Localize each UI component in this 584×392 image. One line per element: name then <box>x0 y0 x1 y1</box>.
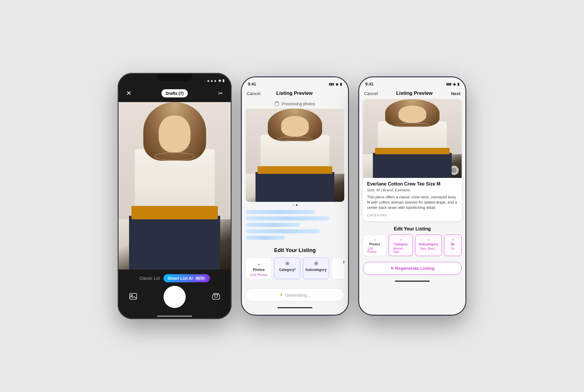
phone-2-notch <box>277 76 312 85</box>
cancel-button-2[interactable]: Cancel <box>247 91 260 96</box>
svg-point-2 <box>215 295 218 298</box>
signal-icon: ▲▲▲ <box>206 78 217 83</box>
home-bar-1 <box>157 316 192 317</box>
scissors-icon: ✂ <box>218 90 223 97</box>
load-line-4 <box>246 229 320 233</box>
photos-sublabel-3: 1/16 Photos <box>367 247 382 253</box>
phone-2-screen: 9:41 ▮▮▮ ◈ ▮ Cancel Listing Preview Proc… <box>241 76 349 316</box>
processing-spinner <box>274 102 279 106</box>
processing-bar: Processing photos <box>241 99 349 108</box>
camera-preview: Take a front photo <box>118 102 232 270</box>
phone-2-nav: Cancel Listing Preview <box>241 89 349 99</box>
wifi-icon-3: ◈ <box>453 82 456 86</box>
brand-value-3: Ev <box>451 247 455 250</box>
wifi-icon: ◈ <box>218 78 221 83</box>
tab-brand-3[interactable]: ⌄ Br Ev <box>444 235 462 256</box>
phones-container: ▲▲▲ ◈ ▮ ✕ Drafts (7) ✂ <box>118 73 466 319</box>
necklace-2 <box>278 136 312 141</box>
listing-image-preview-2 <box>246 108 344 202</box>
load-line-2 <box>246 216 329 220</box>
belt-2 <box>258 166 333 174</box>
category-label-3: Category <box>394 242 408 246</box>
tab-subcategory-2[interactable]: ⊕ Subcategory <box>303 258 329 279</box>
battery-icon: ▮ <box>223 78 225 83</box>
edit-listing-section-3: Edit Your Listing ⌄ Photos 1/16 Photos ⌄… <box>358 224 466 260</box>
product-image-container <box>363 99 462 178</box>
load-line-3 <box>246 223 300 227</box>
tab-category-2[interactable]: ⊕ Category* <box>274 258 300 279</box>
home-indicator-1 <box>118 313 232 319</box>
category-tab-label: Category* <box>279 268 296 272</box>
brand-label-3: Br <box>451 242 455 246</box>
category-section-label: CATEGORY <box>367 214 458 217</box>
photos-tab-label: Photos <box>253 268 265 272</box>
edit-tabs-2: ⌄ Photos 1/16 Photos ⊕ Category* ⊕ Subca… <box>246 258 344 280</box>
phone-1-notch <box>157 73 192 81</box>
smart-list-button[interactable]: Smart List AI BETA <box>164 274 210 282</box>
edit-listing-title-3: Edit Your Listing <box>363 226 462 232</box>
dot-2 <box>296 204 298 206</box>
home-bar-3 <box>395 281 430 282</box>
phone-1-header: ✕ Drafts (7) ✂ <box>118 86 232 102</box>
phone-3: 9:41 ▮▮▮ ◈ ▮ Cancel Listing Preview Next <box>358 76 466 316</box>
subcategory-tab-icon-3: ⌄ <box>427 237 430 241</box>
pants-3 <box>373 153 452 178</box>
home-bar-2 <box>277 307 312 308</box>
necklace <box>155 152 195 161</box>
tab-subcategory-3[interactable]: ⌄ Subcategory Tees- Short... <box>415 235 442 256</box>
photos-tab-icon-3: ⌄ <box>373 237 376 241</box>
classic-list-label[interactable]: Classic List <box>139 276 160 281</box>
gallery-button[interactable] <box>129 293 137 302</box>
camera-controls <box>124 286 226 307</box>
image-dots-indicator-2 <box>241 202 349 207</box>
status-icons: ▲▲▲ ◈ ▮ <box>206 78 225 83</box>
shutter-button[interactable] <box>164 286 185 307</box>
product-title: Everlane Cotton Crew Tee Size M <box>367 181 458 187</box>
pants <box>129 216 220 270</box>
phone-3-time: 9:41 <box>365 82 373 86</box>
next-button[interactable]: Next <box>451 91 460 96</box>
signal-bars-icon-3: ▮▮▮ <box>446 82 451 86</box>
phone-1: ▲▲▲ ◈ ▮ ✕ Drafts (7) ✂ <box>118 73 232 319</box>
processing-text: Processing photos <box>281 102 315 106</box>
svg-rect-3 <box>213 295 220 299</box>
tab-category-3[interactable]: ⌄ Category Women Tops <box>389 235 413 256</box>
listing-preview-title-2: Listing Preview <box>276 90 313 96</box>
close-button[interactable]: ✕ <box>124 88 134 99</box>
phone-2-time: 9:41 <box>248 82 256 86</box>
phone-3-status-icons: ▮▮▮ ◈ ▮ <box>446 82 459 86</box>
wifi-icon-2: ◈ <box>336 82 338 86</box>
battery-icon-2: ▮ <box>340 82 342 86</box>
face-3 <box>399 106 426 123</box>
camera-background <box>118 102 232 270</box>
category-tab-icon: ⊕ <box>285 260 290 267</box>
tab-photos-3[interactable]: ⌄ Photos 1/16 Photos <box>363 235 386 256</box>
photos-label-3: Photos <box>369 242 380 246</box>
scissors-button[interactable]: ✂ <box>215 88 226 99</box>
cancel-button-3[interactable]: Cancel <box>364 91 378 96</box>
subcategory-tab-label: Subcategory <box>305 268 327 272</box>
tab-brand-2[interactable]: B <box>331 258 344 279</box>
signal-bars-icon: ▮▮▮ <box>329 82 334 86</box>
flip-camera-button[interactable] <box>212 292 220 302</box>
regenerate-listing-button[interactable]: ✦ Regenerate Listing <box>363 262 462 275</box>
subcategory-label-3: Subcategory <box>419 242 438 246</box>
product-card: Everlane Cotton Crew Tee Size M Size: M … <box>363 99 462 221</box>
sparkle-icon: ✦ <box>279 292 283 298</box>
subcategory-tab-icon: ⊕ <box>314 260 318 267</box>
listing-preview-title-3: Listing Preview <box>396 90 433 96</box>
pants-2 <box>255 172 334 202</box>
load-line-5 <box>246 236 285 240</box>
drafts-badge[interactable]: Drafts (7) <box>161 89 187 97</box>
tab-photos-2[interactable]: ⌄ Photos 1/16 Photos <box>246 258 272 279</box>
subcategory-value-3: Tees- Short... <box>420 247 437 250</box>
close-icon: ✕ <box>126 90 131 97</box>
home-indicator-3 <box>358 278 466 284</box>
regenerate-label: ✦ Regenerate Listing <box>390 266 434 271</box>
belt <box>131 206 218 219</box>
necklace-3 <box>395 123 430 127</box>
load-line-1 <box>246 210 315 214</box>
face-2 <box>281 116 309 136</box>
svg-rect-0 <box>130 293 137 299</box>
generating-button[interactable]: ✦ Generating... <box>246 288 344 301</box>
